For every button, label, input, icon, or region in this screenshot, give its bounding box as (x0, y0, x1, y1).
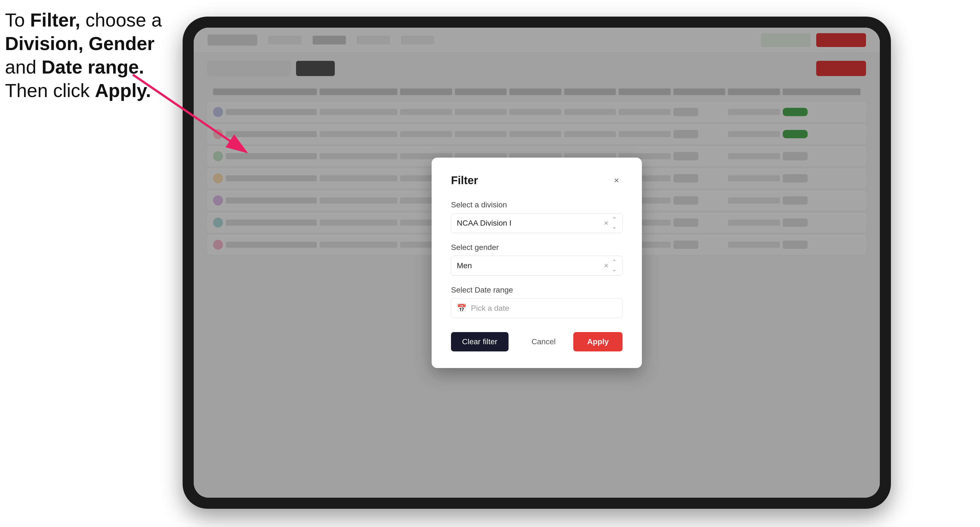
modal-title: Filter (451, 174, 478, 187)
date-input[interactable]: 📅 Pick a date (451, 298, 622, 318)
bold-apply: Apply. (95, 80, 151, 101)
bold-date-range: Date range. (41, 56, 144, 78)
instruction-line4: Then click Apply. (5, 80, 151, 101)
division-arrow-icon: ⌃⌄ (612, 216, 617, 230)
modal-footer: Clear filter Cancel Apply (451, 332, 622, 351)
clear-filter-button[interactable]: Clear filter (451, 332, 509, 351)
gender-select-controls: × ⌃⌄ (604, 259, 617, 273)
instruction-block: To Filter, choose a Division, Gender and… (5, 8, 171, 102)
division-select-controls: × ⌃⌄ (604, 216, 617, 230)
bold-division-gender: Division, Gender (5, 33, 154, 54)
date-label: Select Date range (451, 286, 622, 294)
division-select[interactable]: NCAA Division I × ⌃⌄ (451, 213, 622, 233)
gender-form-group: Select gender Men × ⌃⌄ (451, 243, 622, 276)
calendar-icon: 📅 (457, 303, 466, 313)
gender-clear-icon[interactable]: × (604, 261, 608, 270)
modal-close-button[interactable]: × (610, 174, 622, 186)
filter-modal: Filter × Select a division NCAA Division… (432, 157, 642, 368)
bold-filter: Filter, (30, 10, 80, 30)
division-label: Select a division (451, 200, 622, 209)
tablet-frame: Filter × Select a division NCAA Division… (183, 17, 891, 509)
division-selected-value: NCAA Division I (457, 219, 604, 227)
instruction-line1: To Filter, choose a (5, 10, 162, 30)
division-clear-icon[interactable]: × (604, 219, 608, 227)
cancel-button[interactable]: Cancel (520, 332, 566, 351)
instruction-line3: and Date range. (5, 56, 144, 78)
gender-selected-value: Men (457, 261, 604, 270)
gender-arrow-icon: ⌃⌄ (612, 259, 617, 273)
apply-button[interactable]: Apply (573, 332, 622, 351)
gender-label: Select gender (451, 243, 622, 252)
modal-header: Filter × (451, 174, 622, 187)
date-placeholder: Pick a date (471, 304, 509, 313)
division-form-group: Select a division NCAA Division I × ⌃⌄ (451, 200, 622, 233)
tablet-screen: Filter × Select a division NCAA Division… (194, 28, 880, 498)
modal-overlay: Filter × Select a division NCAA Division… (194, 28, 880, 498)
gender-select[interactable]: Men × ⌃⌄ (451, 256, 622, 276)
date-form-group: Select Date range 📅 Pick a date (451, 286, 622, 318)
modal-action-buttons: Cancel Apply (520, 332, 622, 351)
